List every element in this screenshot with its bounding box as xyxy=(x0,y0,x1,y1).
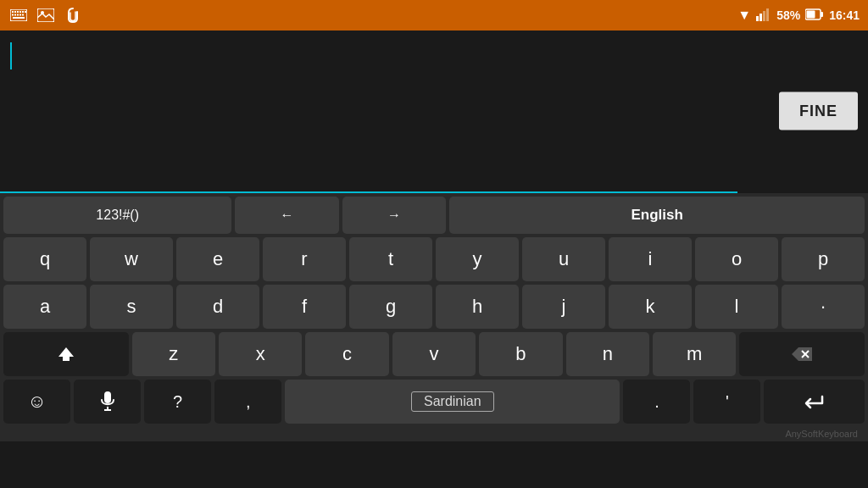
key-y[interactable]: y xyxy=(436,237,519,281)
svg-rect-12 xyxy=(13,17,25,19)
key-j[interactable]: j xyxy=(522,285,605,329)
svg-rect-11 xyxy=(22,14,24,16)
key-i[interactable]: i xyxy=(609,237,692,281)
key-m[interactable]: m xyxy=(653,332,736,376)
key-e[interactable]: e xyxy=(176,237,259,281)
svg-rect-4 xyxy=(19,11,21,13)
keyboard-bottom-row: ☺ ? , Sardinian . ' xyxy=(3,380,865,424)
svg-rect-21 xyxy=(807,10,815,18)
key-r[interactable]: r xyxy=(263,237,346,281)
key-f[interactable]: f xyxy=(263,285,346,329)
key-row-2: a s d f g h j k l · xyxy=(3,285,865,329)
svg-marker-22 xyxy=(58,347,74,361)
key-s[interactable]: s xyxy=(90,285,173,329)
key-a[interactable]: a xyxy=(3,285,86,329)
svg-rect-18 xyxy=(766,8,769,21)
time-display: 16:41 xyxy=(829,8,860,22)
arrow-right-key[interactable]: → xyxy=(342,197,446,234)
fine-button[interactable]: FINE xyxy=(779,92,858,130)
key-n[interactable]: n xyxy=(566,332,649,376)
key-d[interactable]: d xyxy=(176,285,259,329)
signal-icon xyxy=(756,8,771,24)
keyboard-icon xyxy=(8,5,29,25)
text-area[interactable]: FINE xyxy=(0,30,868,191)
branding: AnySoftKeyboard xyxy=(3,427,865,441)
arrow-left-key[interactable]: ← xyxy=(235,197,338,234)
key-o[interactable]: o xyxy=(695,237,778,281)
svg-rect-16 xyxy=(760,14,762,21)
key-z[interactable]: z xyxy=(132,332,215,376)
keyboard-top-row: 123!#() ← → English xyxy=(3,197,865,234)
backspace-key[interactable] xyxy=(739,332,865,376)
key-row-1: q w e r t y u i o p xyxy=(3,237,865,281)
keyboard: 123!#() ← → English q w e r t y u i o p … xyxy=(0,193,868,441)
enter-key[interactable] xyxy=(764,380,865,424)
key-q[interactable]: q xyxy=(3,237,86,281)
status-bar-right: ▼ 58% 16:41 xyxy=(737,8,860,24)
key-v[interactable]: v xyxy=(392,332,476,376)
key-b[interactable]: b xyxy=(479,332,562,376)
key-t[interactable]: t xyxy=(349,237,432,281)
svg-rect-1 xyxy=(12,11,14,13)
status-bar-left xyxy=(8,5,83,25)
spacebar-key[interactable]: Sardinian xyxy=(285,380,620,424)
key-period[interactable]: · xyxy=(782,285,865,329)
battery-text: 58% xyxy=(776,8,800,22)
comma-key[interactable]: , xyxy=(214,380,281,424)
text-cursor xyxy=(10,42,12,69)
svg-rect-10 xyxy=(19,14,21,16)
status-bar: ▼ 58% 16:41 xyxy=(0,0,868,30)
svg-rect-9 xyxy=(17,14,19,16)
paperclip-icon xyxy=(63,5,83,25)
svg-rect-5 xyxy=(22,11,24,13)
svg-rect-15 xyxy=(756,16,759,21)
key-g[interactable]: g xyxy=(349,285,432,329)
svg-rect-17 xyxy=(763,11,765,21)
key-w[interactable]: w xyxy=(90,237,173,281)
symbols-key[interactable]: 123!#() xyxy=(3,197,231,234)
key-c[interactable]: c xyxy=(305,332,388,376)
emoji-key[interactable]: ☺ xyxy=(3,380,70,424)
language-key[interactable]: English xyxy=(449,197,865,234)
shift-key[interactable] xyxy=(3,332,129,376)
svg-rect-20 xyxy=(821,12,823,17)
svg-rect-8 xyxy=(14,14,16,16)
battery-icon xyxy=(805,8,824,23)
key-p[interactable]: p xyxy=(782,237,865,281)
svg-rect-25 xyxy=(104,391,111,403)
image-icon xyxy=(36,5,56,25)
apostrophe-key[interactable]: ' xyxy=(693,380,760,424)
svg-rect-7 xyxy=(12,14,14,16)
svg-rect-6 xyxy=(25,11,26,13)
svg-rect-2 xyxy=(14,11,16,13)
key-h[interactable]: h xyxy=(436,285,519,329)
key-row-3: z x c v b n m xyxy=(3,332,865,376)
key-x[interactable]: x xyxy=(219,332,302,376)
period-key[interactable]: . xyxy=(623,380,690,424)
question-key[interactable]: ? xyxy=(144,380,211,424)
svg-rect-3 xyxy=(17,11,19,13)
wifi-icon: ▼ xyxy=(737,8,751,23)
key-u[interactable]: u xyxy=(522,237,605,281)
mic-key[interactable] xyxy=(74,380,141,424)
key-l[interactable]: l xyxy=(695,285,778,329)
key-k[interactable]: k xyxy=(609,285,692,329)
